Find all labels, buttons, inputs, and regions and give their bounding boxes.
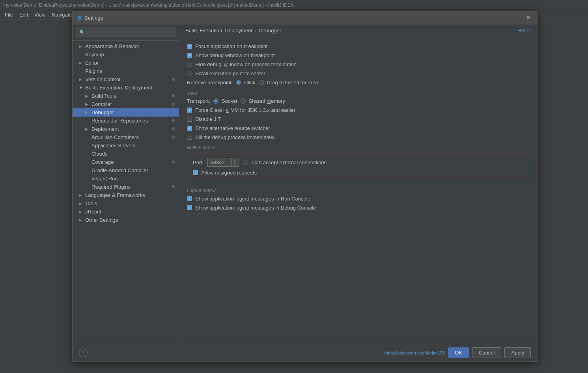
arrow-icon: ▼ [79, 85, 84, 90]
reset-button[interactable]: Reset [517, 28, 531, 33]
sidebar-item-coverage[interactable]: Coverage ⚙ [73, 158, 179, 166]
section-built-in-server-label: Built-in server [187, 145, 529, 150]
radio-drag-label: Drag to the editor area [267, 80, 318, 85]
checkbox-can-accept[interactable] [243, 160, 248, 165]
sidebar-item-version-control[interactable]: ▶ Version Control ⚙ [73, 75, 179, 84]
built-in-server-box: Port: ▲ ▼ Can accept external connection… [187, 154, 529, 183]
ok-button[interactable]: OK [448, 347, 469, 358]
menu-file[interactable]: File [2, 11, 16, 19]
sidebar-item-tools[interactable]: ▶ Tools [73, 199, 179, 208]
arrow-spacer [85, 168, 90, 173]
checkbox-kill-debug[interactable] [187, 135, 192, 140]
sidebar-item-compiler[interactable]: ▶ Compiler ⚙ [73, 100, 179, 108]
spinner-up[interactable]: ▲ [232, 158, 237, 162]
sidebar-item-label: Appearance & Behavior [85, 43, 139, 49]
menu-view[interactable]: View [31, 11, 49, 19]
arrow-icon: ▶ [85, 110, 90, 115]
radio-drag[interactable] [259, 80, 264, 85]
checkbox-logcat-debug[interactable] [187, 205, 192, 210]
checkbox-focus-app[interactable] [187, 44, 192, 49]
radio-socket[interactable] [213, 98, 218, 104]
sidebar-item-plugins[interactable]: Plugins [73, 67, 179, 75]
dialog-body: ▶ Appearance & Behavior Keymap ▶ Editor … [73, 24, 537, 344]
checkbox-disable-jit[interactable] [187, 117, 192, 122]
radio-shared-memory[interactable] [241, 98, 246, 104]
apply-button[interactable]: Apply [504, 347, 531, 358]
menu-navigate[interactable]: Navigate [49, 11, 75, 19]
checkbox-show-debug-window[interactable] [187, 53, 192, 58]
breadcrumb-part1: Build, Execution, Deployment [185, 28, 252, 33]
setting-show-debug-window: Show debug window on breakpoint [187, 52, 529, 58]
cancel-button[interactable]: Cancel [472, 347, 501, 358]
gear-icon: ⚙ [172, 184, 175, 189]
sidebar-item-label: Editor [85, 60, 99, 66]
sidebar-item-required-plugins[interactable]: Required Plugins ⚙ [73, 183, 179, 191]
sidebar-item-label: Deployment [91, 126, 119, 132]
sidebar-item-clouds[interactable]: Clouds [73, 150, 179, 158]
sidebar-item-keymap[interactable]: Keymap [73, 50, 179, 59]
setting-logcat-debug: Show application logcat messages in Debu… [187, 205, 529, 211]
checkbox-force-classic-vm[interactable] [187, 108, 192, 113]
label-allow-unsigned: Allow unsigned requests [201, 170, 257, 176]
port-row: Port: ▲ ▼ Can accept external connection… [193, 158, 523, 167]
sidebar-item-label: Languages & Frameworks [85, 192, 145, 198]
setting-disable-jit: Disable JIT [187, 116, 529, 122]
transport-label: Transport: [187, 98, 210, 104]
sidebar-item-debugger[interactable]: ▶ Debugger [73, 108, 179, 117]
sidebar-item-appearance[interactable]: ▶ Appearance & Behavior [73, 42, 179, 50]
radio-socket-label: Socket [222, 98, 237, 104]
sidebar-item-arquillian[interactable]: Arquillian Containers ⚙ [73, 133, 179, 141]
spinner-down[interactable]: ▼ [232, 162, 237, 166]
arrow-spacer [79, 69, 84, 73]
sidebar-item-languages[interactable]: ▶ Languages & Frameworks [73, 191, 179, 199]
arrow-spacer [85, 119, 90, 123]
port-input[interactable] [208, 159, 231, 166]
sidebar-item-label: Clouds [91, 151, 107, 157]
setting-allow-unsigned: Allow unsigned requests [193, 170, 523, 176]
sidebar-item-instant-run[interactable]: Instant Run [73, 174, 179, 183]
sidebar-item-label: Arquillian Containers [91, 134, 139, 140]
checkbox-allow-unsigned[interactable] [193, 170, 198, 175]
checkbox-scroll-exec[interactable] [187, 71, 192, 76]
arrow-icon: ▶ [85, 94, 90, 98]
content-body: Focus application on breakpoint Show deb… [179, 37, 537, 344]
gear-icon: ⚙ [172, 126, 175, 132]
radio-click[interactable] [236, 80, 241, 85]
section-logcat-label: Logcat output [187, 188, 529, 193]
sidebar-item-build-tools[interactable]: ▶ Build Tools ⚙ [73, 92, 179, 100]
sidebar-item-remote-jar[interactable]: Remote Jar Repositories ⚙ [73, 117, 179, 125]
dialog-title-text: Settings [84, 15, 103, 21]
sidebar-item-editor[interactable]: ▶ Editor [73, 59, 179, 67]
label-hide-debug-window: Hide debug window on process termination [195, 61, 297, 67]
sidebar-item-label: Tools [85, 200, 97, 206]
arrow-spacer [79, 52, 84, 57]
sidebar-item-jrebel[interactable]: ▶ JRebel [73, 208, 179, 216]
breadcrumb-part2: Debugger [259, 28, 281, 33]
arrow-icon: ▶ [85, 127, 90, 131]
arrow-spacer [85, 160, 90, 164]
arrow-spacer [85, 135, 90, 139]
sidebar-item-app-servers[interactable]: Application Servers [73, 141, 179, 150]
close-button[interactable]: × [525, 14, 532, 22]
setting-hide-debug-window: Hide debug window on process termination [187, 61, 529, 67]
setting-logcat-run: Show application logcat messages in Run … [187, 196, 529, 202]
checkbox-hide-debug-window[interactable] [187, 62, 192, 67]
menu-edit[interactable]: Edit [16, 11, 31, 19]
checkbox-logcat-run[interactable] [187, 196, 192, 201]
breadcrumb: Build, Execution, Deployment › Debugger [185, 28, 281, 33]
settings-content: Build, Execution, Deployment › Debugger … [179, 24, 537, 344]
gear-icon: ⚙ [172, 135, 175, 140]
sidebar-item-deployment[interactable]: ▶ Deployment ⚙ [73, 125, 179, 133]
help-button[interactable]: ? [79, 349, 88, 357]
arrow-spacer [85, 185, 90, 189]
sidebar-item-label: Instant Run [91, 176, 118, 182]
sidebar-item-gradle-android[interactable]: Gradle-Android Compiler [73, 166, 179, 174]
sidebar-item-build-execution[interactable]: ▼ Build, Execution, Deployment [73, 84, 179, 92]
sidebar-item-other-settings[interactable]: ▶ Other Settings [73, 216, 179, 224]
sidebar-item-label: Coverage [91, 159, 114, 165]
search-input[interactable] [76, 28, 175, 37]
label-show-debug-window: Show debug window on breakpoint [195, 52, 275, 58]
checkbox-show-alt-source[interactable] [187, 126, 192, 131]
sidebar-item-label: Plugins [85, 68, 102, 74]
sidebar-item-label: JRebel [85, 209, 101, 215]
